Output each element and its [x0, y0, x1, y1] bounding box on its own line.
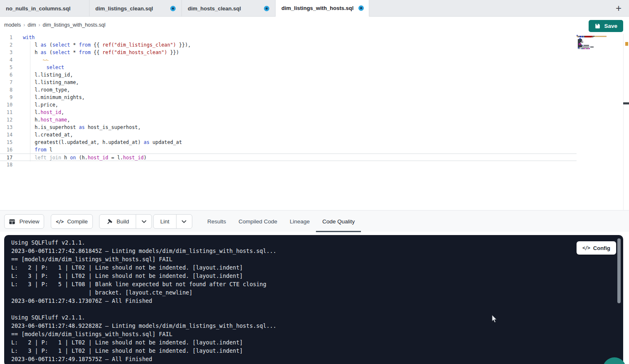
- line-number: 15: [0, 139, 20, 146]
- result-tab-label: Results: [207, 218, 226, 225]
- code-line[interactable]: 6 l.listing_id,: [0, 71, 577, 79]
- code-line[interactable]: 5 select: [0, 64, 577, 71]
- lint-dropdown-button[interactable]: [176, 215, 192, 228]
- code-line-text: l as (select * from {{ ref("dim_listings…: [20, 41, 191, 49]
- minimap[interactable]: [577, 35, 607, 85]
- editor-tab[interactable]: dim_hosts_clean.sql: [182, 0, 276, 17]
- preview-button[interactable]: Preview: [4, 214, 44, 229]
- code-line[interactable]: 8 l.room_type,: [0, 86, 577, 94]
- chevron-down-icon: [181, 220, 186, 223]
- line-number: 6: [0, 71, 20, 79]
- code-line[interactable]: 1with: [0, 34, 577, 41]
- build-button-group: Build: [99, 214, 152, 229]
- terminal-output: Using SQLFluff v2.1.1. 2023-06-06T11:27:…: [11, 239, 276, 364]
- build-button-label: Build: [117, 218, 129, 225]
- modified-dot-icon: [170, 6, 176, 11]
- code-line-text: with: [20, 34, 35, 41]
- tab-results[interactable]: Results: [201, 210, 232, 232]
- line-number: 18: [0, 161, 20, 168]
- mouse-cursor-icon: [492, 314, 498, 325]
- result-tab-label: Compiled Code: [239, 218, 277, 225]
- code-brackets-icon: </>: [56, 219, 63, 225]
- line-number: 17: [0, 154, 20, 161]
- file-tab-bar: no_nulls_in_columns.sqldim_listings_clea…: [0, 0, 629, 17]
- config-button-label: Config: [593, 245, 610, 251]
- tab-compiled-code[interactable]: Compiled Code: [232, 210, 283, 232]
- result-tab-label: Lineage: [290, 218, 310, 225]
- code-line-text: [20, 161, 23, 168]
- result-tab-bar: ResultsCompiled CodeLineageCode Quality: [201, 210, 361, 232]
- lint-warning-squiggle-icon: [43, 55, 49, 62]
- code-line[interactable]: 16 from l: [0, 146, 577, 154]
- ide-window: no_nulls_in_columns.sqldim_listings_clea…: [0, 0, 629, 364]
- code-line-text: from l: [20, 146, 52, 154]
- code-line[interactable]: 10 l.price,: [0, 101, 577, 109]
- editor-tab-label: dim_hosts_clean.sql: [188, 5, 241, 12]
- code-line[interactable]: 4: [0, 56, 577, 64]
- editor-tab-label: dim_listings_clean.sql: [95, 5, 153, 12]
- chevron-down-icon: [142, 220, 147, 223]
- code-line[interactable]: 12 h.host_name,: [0, 116, 577, 124]
- code-line-text: l.listing_name,: [20, 79, 79, 86]
- modified-dot-icon: [358, 5, 364, 11]
- overview-ruler-cursor-marker: [623, 102, 629, 104]
- code-line[interactable]: 13 h.is_superhost as host_is_superhost,: [0, 124, 577, 131]
- editor-tab[interactable]: dim_listings_with_hosts.sql: [276, 0, 369, 17]
- modified-dot-icon: [264, 6, 269, 11]
- code-editor[interactable]: 1with2 l as (select * from {{ ref("dim_l…: [0, 34, 629, 210]
- code-line-text: l.created_at,: [20, 131, 73, 139]
- compile-button-label: Compile: [67, 218, 88, 225]
- save-button[interactable]: Save: [589, 20, 623, 32]
- tab-code-quality[interactable]: Code Quality: [316, 210, 361, 232]
- line-number: 14: [0, 131, 20, 139]
- code-line-text: [20, 56, 23, 64]
- tab-lineage[interactable]: Lineage: [283, 210, 316, 232]
- breadcrumb: models › dim › dim_listings_with_hosts.s…: [4, 22, 105, 28]
- editor-tab[interactable]: no_nulls_in_columns.sql: [0, 0, 90, 17]
- code-line-text: left join h on (h.host_id = l.host_id): [20, 154, 147, 161]
- line-number: 3: [0, 49, 20, 56]
- line-number: 10: [0, 101, 20, 109]
- terminal-panel: Using SQLFluff v2.1.1. 2023-06-06T11:27:…: [4, 235, 623, 364]
- floppy-disk-icon: [594, 23, 601, 29]
- breadcrumb-item: dim: [27, 22, 36, 28]
- build-dropdown-button[interactable]: [136, 215, 152, 228]
- code-line[interactable]: 14 l.created_at,: [0, 131, 577, 139]
- terminal-scrollbar[interactable]: [617, 238, 621, 303]
- code-line[interactable]: 2 l as (select * from {{ ref("dim_listin…: [0, 41, 577, 49]
- breadcrumb-item: dim_listings_with_hosts.sql: [42, 22, 105, 28]
- code-line[interactable]: 15 greatest(l.updated_at, h.updated_at) …: [0, 139, 577, 146]
- save-button-label: Save: [604, 23, 617, 29]
- code-area[interactable]: 1with2 l as (select * from {{ ref("dim_l…: [0, 34, 577, 168]
- code-line-text: h.is_superhost as host_is_superhost,: [20, 124, 141, 131]
- code-line-text: select: [20, 64, 64, 71]
- code-line[interactable]: 17 left join h on (h.host_id = l.host_id…: [0, 154, 577, 161]
- compile-button[interactable]: </> Compile: [51, 214, 93, 229]
- code-line[interactable]: 7 l.listing_name,: [0, 79, 577, 86]
- code-line[interactable]: 18: [0, 161, 577, 168]
- action-toolbar: Preview </> Compile Build: [0, 210, 629, 232]
- lint-button-group: Lint: [153, 214, 192, 229]
- editor-header: models › dim › dim_listings_with_hosts.s…: [0, 17, 629, 34]
- line-number: 13: [0, 124, 20, 131]
- table-grid-icon: [9, 218, 15, 225]
- lint-button[interactable]: Lint: [154, 215, 176, 228]
- code-line[interactable]: 3 h as (select * from {{ ref("dim_hosts_…: [0, 49, 577, 56]
- code-line[interactable]: 11 l.host_id,: [0, 109, 577, 116]
- code-line-text: l.minimum_nights,: [20, 94, 85, 101]
- overview-ruler[interactable]: [623, 34, 629, 210]
- lint-button-label: Lint: [160, 218, 169, 225]
- code-line-text: l.listing_id,: [20, 71, 73, 79]
- code-brackets-icon: </>: [582, 245, 590, 251]
- editor-tab[interactable]: dim_listings_clean.sql: [90, 0, 182, 17]
- code-line[interactable]: 9 l.minimum_nights,: [0, 94, 577, 101]
- preview-button-label: Preview: [19, 218, 39, 225]
- line-number: 5: [0, 64, 20, 71]
- line-number: 11: [0, 109, 20, 116]
- line-number: 8: [0, 86, 20, 94]
- chevron-right-icon: ›: [38, 22, 40, 28]
- build-button[interactable]: Build: [99, 215, 136, 228]
- config-button[interactable]: </> Config: [577, 241, 616, 255]
- line-number: 7: [0, 79, 20, 86]
- new-tab-button[interactable]: +: [612, 2, 625, 15]
